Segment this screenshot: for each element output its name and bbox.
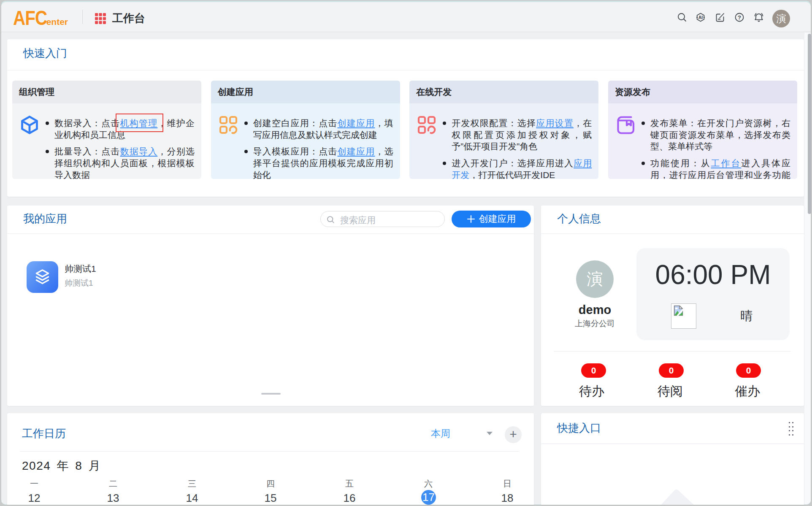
svg-text:AI: AI xyxy=(698,15,703,20)
svg-text:?: ? xyxy=(738,14,741,21)
